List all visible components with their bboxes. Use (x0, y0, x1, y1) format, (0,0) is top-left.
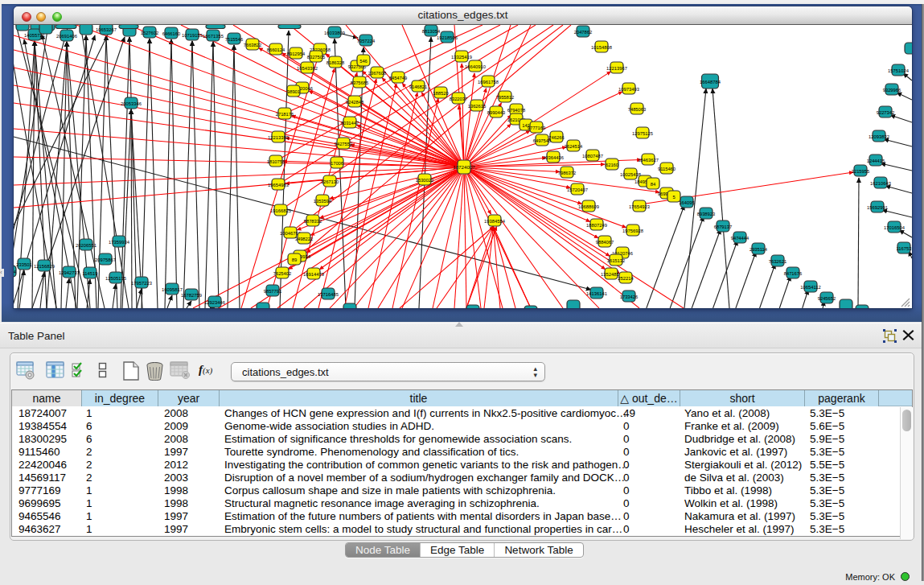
svg-text:7515546: 7515546 (225, 37, 244, 42)
svg-text:15751024: 15751024 (888, 68, 910, 73)
svg-text:9245652: 9245652 (818, 296, 836, 301)
svg-text:5878332: 5878332 (304, 219, 322, 224)
svg-text:2367608: 2367608 (368, 71, 387, 76)
svg-text:18463627: 18463627 (638, 158, 659, 163)
svg-text:13716485: 13716485 (318, 292, 339, 297)
svg-text:8660124: 8660124 (267, 47, 285, 52)
svg-text:12923446: 12923446 (204, 300, 225, 305)
svg-text:84: 84 (651, 182, 656, 187)
svg-text:1733426: 1733426 (620, 295, 639, 299)
svg-text:20053346: 20053346 (121, 101, 142, 106)
svg-text:18724007: 18724007 (453, 164, 475, 170)
svg-text:546: 546 (359, 59, 368, 64)
svg-text:7632621: 7632621 (769, 259, 787, 264)
svg-text:7485063: 7485063 (628, 107, 647, 112)
svg-text:8454749: 8454749 (389, 76, 408, 80)
svg-text:19654983: 19654983 (268, 183, 289, 187)
svg-text:12213383: 12213383 (268, 135, 289, 140)
svg-text:10973493: 10973493 (618, 87, 639, 92)
svg-text:10654112: 10654112 (800, 285, 820, 290)
svg-text:15692991: 15692991 (867, 205, 888, 210)
svg-text:3624514: 3624514 (565, 144, 583, 149)
svg-text:16210643: 16210643 (870, 181, 891, 186)
svg-text:7357224: 7357224 (357, 39, 376, 43)
svg-text:9857791: 9857791 (264, 289, 282, 294)
svg-text:2718176: 2718176 (276, 112, 294, 117)
svg-text:12942737: 12942737 (59, 270, 80, 275)
svg-text:6794078: 6794078 (507, 108, 526, 113)
svg-text:12156829: 12156829 (34, 264, 55, 269)
svg-text:9884067: 9884067 (596, 240, 614, 245)
svg-text:1810755: 1810755 (267, 159, 285, 164)
svg-text:16961758: 16961758 (478, 80, 499, 84)
svg-text:9227342: 9227342 (877, 110, 895, 115)
svg-text:16648784: 16648784 (700, 80, 721, 84)
svg-text:7986372: 7986372 (558, 171, 577, 175)
svg-text:9427552: 9427552 (335, 142, 353, 146)
svg-text:9115460: 9115460 (658, 167, 676, 171)
svg-text:6497548: 6497548 (533, 138, 552, 143)
svg-text:233501: 233501 (16, 262, 31, 267)
svg-text:16671355: 16671355 (203, 34, 224, 39)
svg-text:19384554: 19384554 (484, 219, 506, 224)
svg-text:8938923: 8938923 (697, 212, 716, 216)
svg-text:164095: 164095 (679, 200, 694, 205)
svg-text:1527602: 1527602 (141, 31, 159, 35)
svg-text:3267130: 3267130 (321, 179, 339, 184)
svg-text:89: 89 (292, 257, 297, 262)
svg-text:17654923: 17654923 (629, 204, 650, 209)
svg-text:8327505: 8327505 (307, 55, 326, 60)
svg-text:16914479: 16914479 (303, 272, 324, 277)
svg-text:20691406: 20691406 (56, 34, 77, 39)
svg-text:17016504: 17016504 (884, 225, 906, 230)
svg-text:8375685: 8375685 (351, 80, 369, 85)
svg-text:19166825: 19166825 (270, 208, 291, 213)
svg-text:15720407: 15720407 (567, 187, 588, 192)
svg-text:17006: 17006 (331, 161, 343, 166)
svg-text:10154808: 10154808 (591, 45, 612, 50)
svg-text:14136141: 14136141 (586, 291, 607, 296)
svg-text:16543362: 16543362 (297, 66, 318, 71)
svg-text:2047862: 2047862 (574, 30, 593, 35)
svg-text:188520: 188520 (433, 91, 448, 96)
svg-text:10025438: 10025438 (620, 172, 641, 177)
svg-text:7625402: 7625402 (273, 271, 292, 276)
svg-text:9329966: 9329966 (883, 88, 901, 93)
svg-text:3498222: 3498222 (295, 237, 314, 241)
svg-text:8912954: 8912954 (287, 51, 306, 56)
svg-text:20206551: 20206551 (76, 243, 97, 248)
svg-text:19756928: 19756928 (622, 229, 643, 233)
svg-text:114519: 114519 (83, 271, 98, 276)
svg-text:6466160: 6466160 (162, 31, 181, 36)
svg-text:10653267: 10653267 (96, 27, 117, 32)
svg-text:10807487: 10807487 (582, 154, 603, 159)
svg-text:16033809: 16033809 (324, 31, 345, 35)
svg-text:12213967: 12213967 (606, 66, 627, 71)
svg-text:5: 5 (672, 195, 675, 200)
svg-text:10719155: 10719155 (182, 33, 203, 38)
svg-text:10688609: 10688609 (578, 204, 599, 209)
svg-text:16095817: 16095817 (162, 287, 183, 292)
svg-text:62160: 62160 (606, 163, 618, 167)
svg-text:1244415: 1244415 (867, 159, 885, 163)
svg-text:8322037: 8322037 (450, 97, 468, 101)
svg-text:98901: 98901 (287, 89, 300, 94)
svg-text:12505135: 12505135 (105, 276, 126, 281)
svg-text:9242848: 9242848 (346, 100, 364, 105)
svg-text:20975867: 20975867 (95, 257, 116, 262)
svg-text:18807249: 18807249 (586, 223, 607, 228)
svg-text:8031447: 8031447 (341, 121, 359, 126)
svg-text:6879137: 6879137 (714, 225, 733, 229)
svg-text:252214: 252214 (618, 276, 634, 281)
svg-text:16640910: 16640910 (465, 64, 486, 69)
svg-text:9474444: 9474444 (731, 236, 749, 241)
svg-text:20364436: 20364436 (543, 155, 564, 160)
svg-text:17359934: 17359934 (109, 240, 130, 245)
svg-text:9146821: 9146821 (409, 84, 428, 89)
svg-text:8990443: 8990443 (487, 110, 506, 115)
svg-text:116753: 116753 (897, 246, 912, 251)
svg-text:12975125: 12975125 (632, 131, 653, 136)
svg-text:8186328: 8186328 (326, 60, 345, 65)
svg-text:1353594: 1353594 (314, 199, 332, 204)
svg-text:8813054: 8813054 (422, 29, 441, 34)
